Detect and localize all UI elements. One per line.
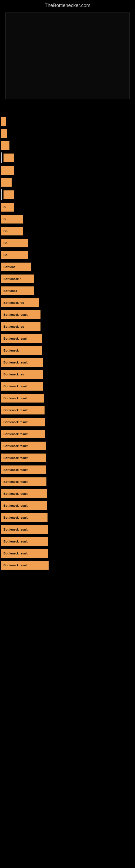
result-row-3 — [1, 129, 134, 138]
bar-label-21: Bottleneck r — [3, 349, 21, 352]
site-header: TheBottlenecker.com — [0, 0, 135, 10]
result-row-23: Bottleneck res — [1, 369, 134, 379]
result-row-15: Bottleneck r — [1, 274, 134, 284]
result-row-5 — [1, 152, 134, 163]
result-bar-34: Bottleneck result — [1, 501, 47, 510]
bar-label-22: Bottleneck result — [3, 361, 28, 364]
result-row-16: Bottlenec — [1, 286, 134, 296]
bar-label-15: Bottleneck r — [3, 277, 21, 280]
result-row-10: B — [1, 214, 134, 224]
bar-label-34: Bottleneck result — [3, 504, 28, 507]
chart-inner — [6, 13, 129, 99]
bar-label-30: Bottleneck result — [3, 456, 28, 460]
chart-area — [5, 12, 130, 99]
bar-label-27: Bottleneck result — [3, 421, 28, 424]
result-bar-32: Bottleneck result — [1, 477, 46, 486]
result-row-18: Bottleneck result — [1, 310, 134, 319]
result-bar-15: Bottleneck r — [1, 275, 34, 283]
bar-label-39: Bottleneck result — [3, 564, 28, 567]
result-row-17: Bottleneck res — [1, 298, 134, 308]
bar-label-12: Bo — [3, 241, 8, 245]
result-row-29: Bottleneck result — [1, 441, 134, 451]
result-bar-39: Bottleneck result — [1, 561, 49, 569]
result-bar-24: Bottleneck result — [1, 382, 43, 391]
result-row-7 — [1, 177, 134, 187]
result-bar-37: Bottleneck result — [1, 537, 48, 546]
result-row-13: Bo — [1, 250, 134, 260]
result-bar-25: Bottleneck result — [1, 394, 44, 403]
result-row-20: Bottleneck resul — [1, 334, 134, 343]
bar-label-35: Bottleneck result — [3, 516, 28, 519]
result-bar-20: Bottleneck resul — [1, 334, 42, 343]
result-bar-27: Bottleneck result — [1, 418, 45, 426]
bar-label-13: Bo — [3, 253, 8, 257]
result-bar-3 — [1, 129, 7, 138]
result-bar-5 — [3, 154, 14, 162]
result-bar-17: Bottleneck res — [1, 299, 39, 307]
result-bar-4 — [1, 141, 9, 150]
result-row-31: Bottleneck result — [1, 465, 134, 475]
result-row-11: Bo — [1, 226, 134, 236]
bar-label-20: Bottleneck resul — [3, 337, 27, 340]
result-row-4 — [1, 141, 134, 150]
result-bar-23: Bottleneck res — [1, 370, 43, 379]
result-row-14: Bottlene — [1, 262, 134, 272]
result-bar-8 — [3, 190, 14, 199]
result-bar-11: Bo — [1, 227, 23, 236]
result-bar-18: Bottleneck result — [1, 310, 41, 319]
result-bar-13: Bo — [1, 251, 28, 259]
result-row-6 — [1, 165, 134, 175]
result-bar-30: Bottleneck result — [1, 454, 46, 462]
site-title: TheBottlenecker.com — [0, 0, 135, 10]
result-bar-36: Bottleneck result — [1, 525, 48, 534]
bar-label-18: Bottleneck result — [3, 313, 28, 316]
result-row-24: Bottleneck result — [1, 381, 134, 391]
bar-label-26: Bottleneck result — [3, 408, 28, 412]
result-row-32: Bottleneck result — [1, 477, 134, 487]
bar-label-24: Bottleneck result — [3, 384, 28, 388]
result-row-36: Bottleneck result — [1, 525, 134, 534]
bar-label-29: Bottleneck result — [3, 444, 28, 447]
result-bar-35: Bottleneck result — [1, 513, 48, 522]
result-row-19: Bottleneck res — [1, 322, 134, 332]
bar-label-9: B — [3, 206, 6, 209]
bar-label-10: B — [3, 218, 6, 221]
separator-line — [1, 189, 2, 200]
result-bar-38: Bottleneck result — [1, 549, 48, 558]
result-bar-12: Bo — [1, 239, 28, 247]
result-bar-10: B — [1, 215, 23, 223]
result-bar-2 — [1, 117, 6, 126]
bar-label-28: Bottleneck result — [3, 432, 28, 436]
bar-label-31: Bottleneck result — [3, 468, 28, 471]
result-bar-29: Bottleneck result — [1, 442, 46, 450]
result-bar-6 — [1, 166, 14, 175]
result-row-1 — [1, 105, 134, 115]
result-row-33: Bottleneck result — [1, 489, 134, 499]
result-row-27: Bottleneck result — [1, 417, 134, 427]
bar-label-17: Bottleneck res — [3, 301, 24, 304]
bar-label-25: Bottleneck result — [3, 397, 28, 400]
result-bar-28: Bottleneck result — [1, 430, 45, 438]
result-row-9: B — [1, 203, 134, 212]
result-row-26: Bottleneck result — [1, 405, 134, 415]
result-row-22: Bottleneck result — [1, 358, 134, 367]
result-bar-14: Bottlene — [1, 262, 31, 271]
result-row-8 — [1, 189, 134, 200]
result-row-35: Bottleneck result — [1, 513, 134, 522]
separator-line — [1, 152, 2, 163]
result-bar-21: Bottleneck r — [1, 346, 42, 355]
bar-label-23: Bottleneck res — [3, 373, 24, 376]
result-bar-22: Bottleneck result — [1, 358, 43, 367]
result-row-39: Bottleneck result — [1, 560, 134, 570]
result-bar-19: Bottleneck res — [1, 322, 41, 331]
result-bar-9: B — [1, 203, 14, 212]
result-bar-31: Bottleneck result — [1, 465, 46, 474]
bar-label-36: Bottleneck result — [3, 528, 28, 531]
result-bar-33: Bottleneck result — [1, 489, 47, 498]
result-row-2 — [1, 117, 134, 126]
bar-label-33: Bottleneck result — [3, 492, 28, 495]
bar-label-16: Bottlenec — [3, 289, 17, 292]
bar-label-19: Bottleneck res — [3, 325, 24, 328]
result-bar-7 — [1, 178, 12, 187]
results-container: BBBoBoBoBottleneBottleneck rBottlenecBot… — [0, 105, 135, 570]
